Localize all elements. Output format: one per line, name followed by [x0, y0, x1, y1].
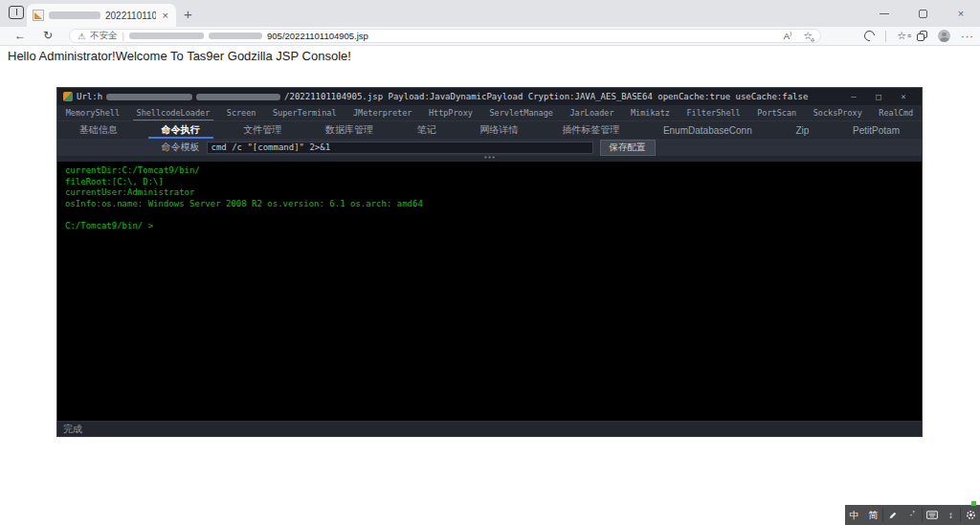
tab-zip[interactable]: Zip [782, 121, 822, 139]
tab-mimikatz[interactable]: Mimikatz [627, 105, 674, 120]
settings-menu-icon[interactable]: ··· [961, 31, 974, 42]
page-heading: Hello Administrator!Welcome To Tas9er Go… [8, 49, 351, 63]
terminal-line: currentUser:Administrator [65, 187, 914, 199]
ime-keyboard-icon[interactable] [923, 505, 942, 525]
tab-portscan[interactable]: PortScan [753, 105, 800, 120]
browser-tab[interactable]: 202211011049 × [27, 4, 176, 27]
tab-enumdatabaseconn[interactable]: EnumDatabaseConn [650, 121, 766, 139]
tab-file-manager[interactable]: 文件管理 [230, 121, 295, 139]
app-window-controls: – □ × [841, 92, 916, 101]
tab-basic-info[interactable]: 基础信息 [66, 121, 131, 139]
url-field-actions: A) ☆ [784, 30, 813, 42]
godzilla-console-window: Url:h /20221101104905.jsp Payload:JavaDy… [57, 88, 922, 436]
save-config-button[interactable]: 保存配置 [600, 140, 656, 156]
profile-avatar[interactable] [938, 30, 950, 42]
tab-jmeterpreter[interactable]: JMeterpreter [349, 105, 415, 120]
terminal-line [65, 209, 914, 221]
collections-icon[interactable]: ☆≡ [897, 30, 906, 42]
tab-title: 202211011049 [105, 11, 156, 21]
ime-charset-toggle[interactable]: 简 [864, 505, 883, 525]
tab-shellcodeloader[interactable]: ShellcodeLoader [133, 105, 214, 120]
browser-window-controls: × [865, 0, 980, 27]
app-icon [63, 92, 73, 101]
status-text: 完成 [63, 423, 82, 436]
tab-database-manager[interactable]: 数据库管理 [312, 121, 387, 139]
tab-servletmanage[interactable]: ServletManage [485, 105, 557, 120]
redacted-url-path [209, 33, 262, 39]
terminal-line: osInfo:os.name: Windows Server 2008 R2 o… [65, 199, 914, 210]
tab-realcmd[interactable]: RealCmd [875, 105, 917, 120]
url-field[interactable]: ⚠ 不安全 | 905/20221101104905.jsp A) ☆ [69, 29, 821, 43]
terminal-output[interactable]: currentDir:C:/Tomcat9/bin/ fileRoot:[C:\… [57, 162, 922, 421]
browser-close-button[interactable]: × [942, 8, 980, 19]
ime-handwriting-icon[interactable] [883, 505, 902, 525]
favorite-gear-icon [810, 37, 815, 43]
command-template-input[interactable] [207, 142, 593, 154]
favorite-star-icon[interactable]: ☆ [803, 30, 813, 42]
main-tab-row: 基础信息 命令执行 文件管理 数据库管理 笔记 网络详情 插件标签管理 Enum… [57, 120, 922, 139]
url-text: 905/20221101104905.jsp [267, 31, 368, 41]
tab-screen[interactable]: Screen [223, 105, 260, 120]
app-title-prefix: Url:h [77, 92, 102, 101]
page-favicon-icon [33, 10, 44, 21]
app-close-button[interactable]: × [891, 92, 916, 101]
url-separator: | [122, 31, 124, 41]
terminal-line: currentDir:C:/Tomcat9/bin/ [65, 165, 914, 177]
warning-icon: ⚠ [78, 32, 85, 41]
tab-command-execution[interactable]: 命令执行 [148, 121, 213, 139]
app-title: Url:h /20221101104905.jsp Payload:JavaDy… [77, 92, 837, 101]
tab-petitpotam[interactable]: PetitPotam [839, 121, 913, 139]
redacted-shell-host [106, 94, 192, 100]
security-label: 不安全 [90, 30, 118, 42]
app-maximize-button[interactable]: □ [866, 92, 891, 101]
tab-memoryshell[interactable]: MemoryShell [62, 105, 123, 120]
ime-settings-gear-icon[interactable] [961, 505, 980, 525]
redacted-url-host [129, 33, 204, 39]
redacted-shell-path [196, 94, 280, 100]
tab-socksproxy[interactable]: SocksProxy [810, 105, 866, 120]
browser-address-bar: ← ↻ ⚠ 不安全 | 905/20221101104905.jsp A) ☆ … [0, 27, 980, 46]
tab-superterminal[interactable]: SuperTerminal [269, 105, 341, 120]
ime-toolbar: 中 简 ·’ ↕ [845, 505, 980, 525]
command-template-label: 命令模板 [162, 141, 200, 154]
tab-groups-icon[interactable] [917, 31, 927, 41]
app-status-bar: 完成 [57, 421, 922, 436]
browser-tabstrip: 202211011049 × + × [0, 0, 980, 27]
browser-essentials-icon[interactable] [862, 29, 877, 43]
ime-language-toggle[interactable]: 中 [845, 505, 864, 525]
browser-toolbar-icons: ☆≡ ··· [864, 29, 974, 43]
browser-restore-button[interactable] [903, 10, 942, 18]
tab-httpproxy[interactable]: HttpProxy [425, 105, 477, 120]
back-button[interactable]: ← [14, 29, 26, 42]
app-title-suffix: /20221101104905.jsp Payload:JavaDynamicP… [284, 92, 808, 101]
minimize-icon [880, 13, 889, 14]
ime-notification-dot [971, 501, 976, 506]
app-titlebar[interactable]: Url:h /20221101104905.jsp Payload:JavaDy… [57, 88, 922, 105]
toolbar-divider [885, 31, 886, 42]
browser-window: 202211011049 × + × ← ↻ ⚠ 不安全 | 905/20221… [0, 0, 980, 525]
tab-jarloader[interactable]: JarLoader [566, 105, 617, 120]
tab-plugin-label-manager[interactable]: 插件标签管理 [548, 121, 633, 139]
new-tab-button[interactable]: + [184, 6, 192, 22]
app-minimize-button[interactable]: – [841, 92, 866, 101]
tab-close-button[interactable]: × [161, 10, 170, 21]
browser-minimize-button[interactable] [865, 13, 903, 14]
tab-network-details[interactable]: 网络详情 [466, 121, 531, 139]
tab-notes[interactable]: 笔记 [404, 121, 450, 139]
redacted-tab-title [49, 11, 100, 19]
refresh-button[interactable]: ↻ [43, 29, 53, 42]
plugin-tab-row: MemoryShell ShellcodeLoader Screen Super… [57, 105, 922, 120]
ime-punctuation-toggle[interactable]: ·’ [902, 505, 922, 525]
restore-icon [919, 10, 927, 18]
tab-filtershell[interactable]: FilterShell [682, 105, 744, 120]
read-aloud-icon[interactable]: A) [784, 31, 791, 41]
terminal-prompt-line: C:/Tomcat9/bin/ > [65, 221, 914, 232]
tab-actions-icon[interactable] [9, 6, 24, 19]
ime-switch-icon[interactable]: ↕ [942, 505, 961, 525]
terminal-line: fileRoot:[C:\, D:\] [65, 177, 914, 188]
